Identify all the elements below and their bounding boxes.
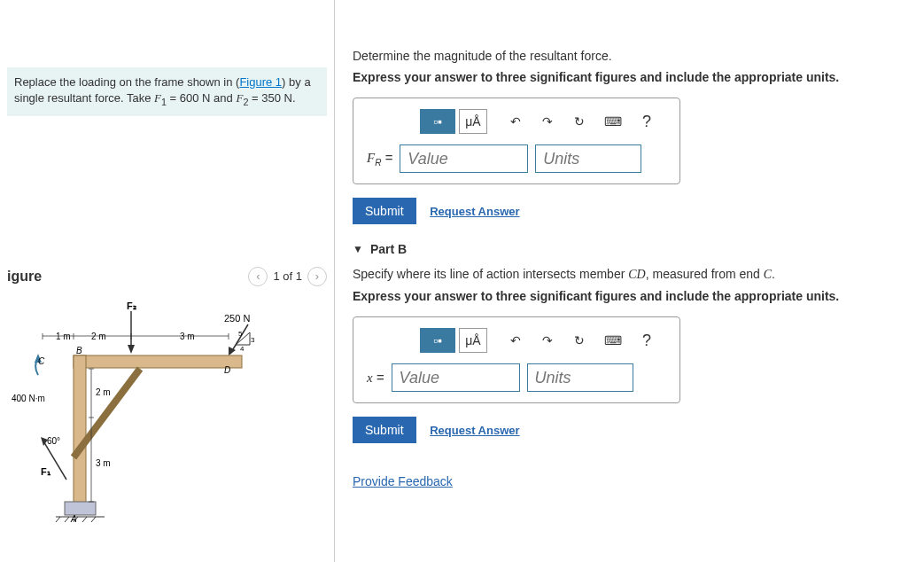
part-b-answer-box: ▫▪ μÅ ↶ ↷ ↻ ⌨ ? x = <box>353 316 680 403</box>
svg-text:B: B <box>76 346 82 355</box>
help-button-b[interactable]: ? <box>633 328 661 353</box>
svg-text:F₁: F₁ <box>41 466 51 477</box>
svg-text:2 m: 2 m <box>91 332 106 341</box>
part-a-var-label: FR = <box>367 150 392 168</box>
part-a-request-answer-link[interactable]: Request Answer <box>430 205 519 218</box>
svg-text:A: A <box>70 514 77 524</box>
units-button-b[interactable]: μÅ <box>459 328 487 353</box>
keyboard-button-b[interactable]: ⌨ <box>597 328 629 353</box>
templates-button-b[interactable]: ▫▪ <box>420 328 455 353</box>
templates-button[interactable]: ▫▪ <box>420 109 455 134</box>
part-a-question: Determine the magnitude of the resultant… <box>353 49 906 63</box>
undo-button[interactable]: ↶ <box>501 109 530 134</box>
svg-line-6 <box>65 517 69 522</box>
part-a-submit-button[interactable]: Submit <box>353 198 416 224</box>
figure-pager-text: 1 of 1 <box>273 269 302 283</box>
part-b-question: Specify where its line of action interse… <box>353 267 906 282</box>
keyboard-button[interactable]: ⌨ <box>597 109 629 134</box>
svg-text:250 N: 250 N <box>224 313 250 324</box>
undo-button-b[interactable]: ↶ <box>501 328 530 353</box>
svg-text:F₂: F₂ <box>127 302 136 311</box>
part-b-header[interactable]: ▼ Part B <box>353 242 906 256</box>
svg-text:400 N·m: 400 N·m <box>12 394 45 403</box>
part-a-value-input[interactable] <box>400 144 528 173</box>
svg-line-5 <box>56 517 60 522</box>
redo-button[interactable]: ↷ <box>533 109 562 134</box>
svg-rect-0 <box>74 355 242 368</box>
part-b-request-answer-link[interactable]: Request Answer <box>430 424 519 437</box>
svg-marker-11 <box>128 345 135 354</box>
figure-title: igure <box>7 269 42 285</box>
svg-text:3 m: 3 m <box>180 332 195 341</box>
provide-feedback-link[interactable]: Provide Feedback <box>353 474 453 488</box>
part-a-answer-box: ▫▪ μÅ ↶ ↷ ↻ ⌨ ? FR = <box>353 98 680 184</box>
svg-rect-3 <box>65 502 96 515</box>
part-b-instructions: Express your answer to three significant… <box>353 289 906 303</box>
svg-text:3: 3 <box>251 336 255 344</box>
svg-text:3 m: 3 m <box>96 458 111 468</box>
part-b-var-label: x = <box>367 370 384 386</box>
figure-diagram: F₂ 250 N 1 m 2 m 3 m 2 m 3 m 400 N·m 60°… <box>7 302 327 527</box>
reset-button[interactable]: ↻ <box>565 109 594 134</box>
redo-button-b[interactable]: ↷ <box>533 328 562 353</box>
svg-line-8 <box>82 517 87 522</box>
svg-text:1 m: 1 m <box>56 332 71 341</box>
part-b-submit-button[interactable]: Submit <box>353 417 416 443</box>
problem-statement: Replace the loading on the frame shown i… <box>7 67 327 116</box>
svg-text:60°: 60° <box>47 436 60 446</box>
collapse-icon: ▼ <box>353 243 363 255</box>
svg-line-9 <box>91 517 96 522</box>
svg-text:2 m: 2 m <box>96 387 111 397</box>
svg-text:5: 5 <box>238 330 243 338</box>
figure-prev-button[interactable]: ‹ <box>248 267 268 286</box>
svg-text:4: 4 <box>240 345 245 353</box>
part-a-units-input[interactable] <box>535 144 641 173</box>
svg-text:D: D <box>224 365 230 375</box>
figure-link[interactable]: Figure 1 <box>239 75 282 89</box>
part-b-units-input[interactable] <box>527 363 633 392</box>
help-button[interactable]: ? <box>633 109 661 134</box>
reset-button-b[interactable]: ↻ <box>565 328 594 353</box>
svg-rect-1 <box>74 355 86 511</box>
figure-next-button[interactable]: › <box>307 267 327 286</box>
part-a-instructions: Express your answer to three significant… <box>353 70 906 84</box>
svg-text:C: C <box>38 356 45 366</box>
units-button[interactable]: μÅ <box>459 109 487 134</box>
part-b-value-input[interactable] <box>392 363 520 392</box>
